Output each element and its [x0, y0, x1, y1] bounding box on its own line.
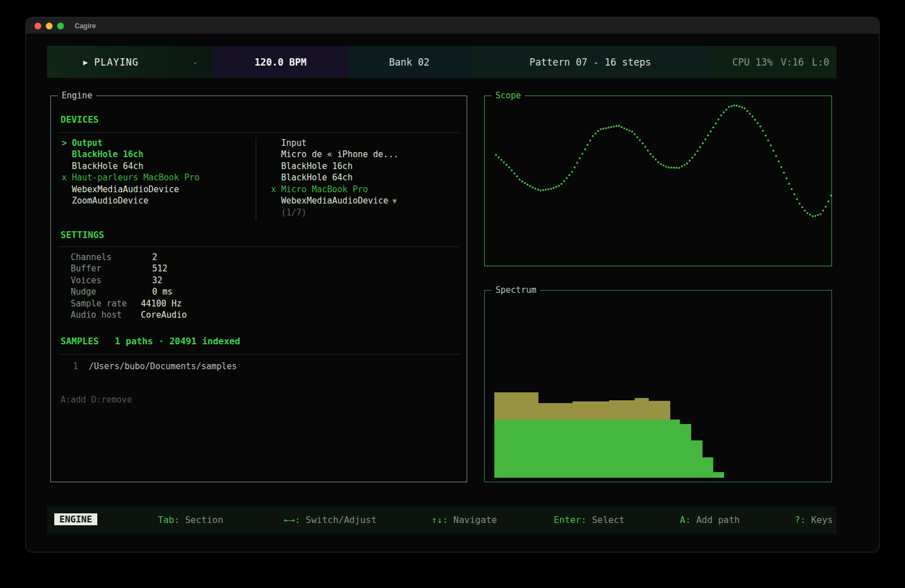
output-device-list: >OutputBlackHole 16chBlackHole 64chxHaut… [62, 137, 200, 206]
output-device-item[interactable]: BlackHole 16ch [62, 149, 200, 160]
input-device-item[interactable]: xMicro MacBook Pro [271, 184, 399, 195]
setting-value[interactable]: 2 [141, 252, 157, 262]
bpm-value: 120.0 BPM [255, 57, 307, 68]
hint-key: ?: [795, 514, 805, 525]
device-label: Haut-parleurs MacBook Pro [72, 172, 200, 183]
hint-key: Enter: [554, 514, 587, 525]
hint-key: A: [680, 514, 691, 525]
device-label: ZoomAudioDevice [72, 196, 148, 206]
settings-row: Voices32 [71, 275, 187, 286]
device-label: WebexMediaAudioDevice [281, 196, 389, 206]
sample-path-row[interactable]: 1/Users/bubo/Documents/samples [73, 361, 237, 372]
system-stats: CPU 13% V:16 L:0 [710, 46, 837, 78]
input-device-item[interactable]: Micro de « iPhone de... [271, 149, 399, 160]
sample-path-list: 1/Users/bubo/Documents/samples [73, 361, 237, 372]
app-content: ▶ PLAYING - 120.0 BPM Bank 02 Pattern 07… [26, 34, 879, 552]
cpu-stat: CPU 13% [732, 57, 773, 68]
device-label: Micro MacBook Pro [281, 184, 368, 194]
device-label: (1/7) [281, 207, 307, 218]
divider [58, 354, 459, 354]
setting-value[interactable]: 44100 Hz [141, 299, 182, 309]
output-device-item[interactable]: ZoomAudioDevice [62, 195, 200, 206]
device-marker: x [62, 172, 72, 183]
hint-label: Section [180, 514, 223, 525]
setting-value[interactable]: 32 [141, 275, 162, 286]
key-hint: ←→: Switch/Adjust [284, 514, 377, 525]
setting-label: Channels [71, 252, 141, 263]
output-device-item[interactable]: xHaut-parleurs MacBook Pro [62, 172, 200, 183]
engine-panel-title: Engine [58, 90, 96, 101]
setting-value[interactable]: CoreAudio [141, 310, 187, 320]
setting-label: Nudge [71, 286, 141, 297]
bank-display[interactable]: Bank 02 [348, 46, 470, 78]
app-window: Cagire ▶ PLAYING - 120.0 BPM Bank 02 Pat… [25, 17, 880, 552]
samples-summary: 1 paths · 20491 indexed [115, 336, 240, 347]
desktop: Cagire ▶ PLAYING - 120.0 BPM Bank 02 Pat… [0, 0, 905, 588]
samples-section-header: SAMPLES 1 paths · 20491 indexed [61, 336, 240, 347]
hint-label: Keys [805, 514, 833, 525]
bpm-display[interactable]: 120.0 BPM [213, 46, 348, 78]
voices-stat: V:16 [781, 57, 804, 68]
devices-section-header: DEVICES [61, 114, 98, 125]
scope-panel: Scope [484, 96, 832, 266]
play-icon: ▶ [83, 58, 88, 67]
setting-value[interactable]: 512 [141, 263, 167, 274]
settings-row: Audio hostCoreAudio [71, 309, 187, 321]
output-device-item[interactable]: WebexMediaAudioDevice [62, 184, 200, 195]
settings-section-header: SETTINGS [61, 230, 104, 240]
input-device-item[interactable]: BlackHole 16ch [271, 161, 399, 172]
output-column-header[interactable]: >Output [62, 137, 200, 149]
device-label: Output [72, 138, 102, 148]
input-device-item[interactable]: WebexMediaAudioDevice▼ [271, 195, 399, 207]
device-label: BlackHole 16ch [281, 161, 352, 171]
key-hint: ↑↓: Navigate [432, 514, 497, 525]
mode-badge: ENGINE [54, 513, 97, 525]
pattern-display[interactable]: Pattern 07 - 16 steps [470, 46, 710, 78]
spectrum-chart [485, 291, 832, 482]
setting-label: Voices [71, 275, 141, 286]
output-device-item[interactable]: BlackHole 64ch [62, 161, 200, 172]
status-bar: ENGINE Tab: Section←→: Switch/Adjust↑↓: … [47, 507, 837, 534]
minimize-button[interactable] [46, 23, 53, 29]
transport-bar: ▶ PLAYING - 120.0 BPM Bank 02 Pattern 07… [47, 46, 837, 78]
input-column-header[interactable]: Input [271, 137, 399, 149]
device-marker: x [271, 184, 281, 195]
input-device-item[interactable]: BlackHole 64ch [271, 172, 399, 183]
settings-list: Channels2Buffer512Voices32Nudge0 msSampl… [71, 252, 187, 321]
hint-label: Navigate [448, 514, 497, 525]
path-index: 1 [73, 361, 89, 372]
bank-value: Bank 02 [389, 57, 430, 68]
level-stat: L:0 [812, 57, 829, 68]
input-list-pager: (1/7) [271, 207, 399, 218]
transport-status[interactable]: ▶ PLAYING - [47, 46, 213, 78]
window-titlebar[interactable]: Cagire [26, 18, 879, 34]
setting-label: Buffer [71, 263, 141, 274]
setting-value[interactable]: 0 ms [141, 287, 173, 297]
device-label: BlackHole 64ch [281, 172, 352, 183]
beat-tick-indicator: - [192, 57, 198, 68]
settings-row: Channels2 [71, 252, 187, 263]
input-device-list: InputMicro de « iPhone de...BlackHole 16… [271, 137, 399, 219]
hint-key: ↑↓: [432, 514, 448, 525]
column-divider [256, 138, 256, 220]
close-button[interactable] [35, 23, 41, 29]
hint-label: Add path [691, 514, 740, 525]
device-label: WebexMediaAudioDevice [72, 184, 179, 194]
settings-row: Buffer512 [71, 263, 187, 274]
samples-header-label: SAMPLES [61, 336, 98, 347]
samples-key-hints: A:add D:remove [61, 395, 132, 405]
divider [58, 132, 459, 133]
hint-label: Switch/Adjust [300, 514, 377, 525]
device-label: Micro de « iPhone de... [281, 149, 399, 159]
setting-label: Sample rate [71, 298, 141, 309]
device-label: BlackHole 64ch [72, 161, 143, 171]
settings-row: Nudge0 ms [71, 286, 187, 297]
device-label: Input [281, 138, 307, 148]
key-hint: ?: Keys [795, 514, 833, 525]
divider [58, 247, 459, 247]
hint-key: Tab: [158, 514, 180, 525]
settings-row: Sample rate44100 Hz [71, 298, 187, 309]
scope-waveform [485, 97, 832, 266]
key-hint: Tab: Section [158, 514, 223, 525]
maximize-button[interactable] [57, 23, 64, 29]
